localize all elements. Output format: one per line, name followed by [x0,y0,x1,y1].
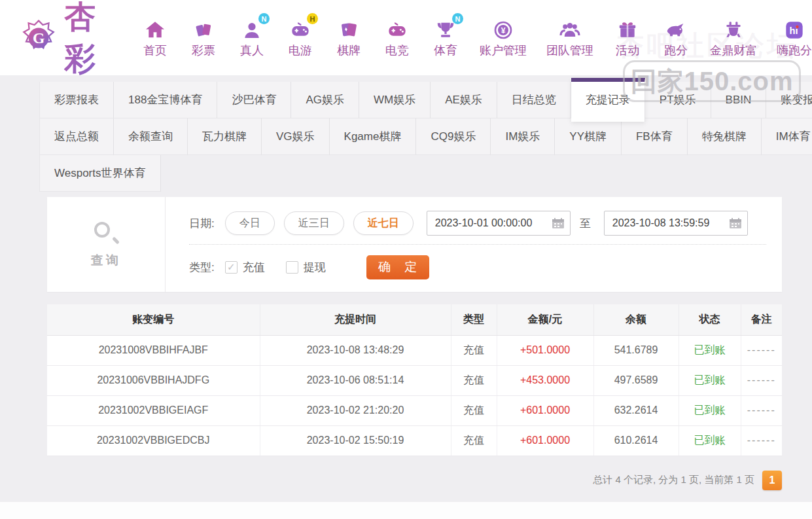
nav-item-label: 账户管理 [480,43,527,58]
tab-AE娱乐[interactable]: AE娱乐 [431,82,497,118]
tab-充提记录[interactable]: 充提记录 [571,78,645,122]
nav-item-gamepad[interactable]: H电游 [286,17,315,58]
tab-VG娱乐[interactable]: VG娱乐 [262,118,330,155]
tab-沙巴体育[interactable]: 沙巴体育 [217,82,291,118]
tab-Kgame棋牌[interactable]: Kgame棋牌 [330,118,417,155]
cell-账变编号: 20231008VBBIHFAJBF [47,335,260,365]
badge-h: H [307,13,318,24]
trophy-icon: N [432,17,459,41]
tab-YY棋牌[interactable]: YY棋牌 [555,118,622,155]
nav-item-label: 棋牌 [337,43,361,58]
cell-类型: 充值 [451,425,497,456]
tab-IM娱乐[interactable]: IM娱乐 [491,118,555,155]
badge-n: N [452,13,463,24]
table-body: 20231008VBBIHFAJBF2023-10-08 13:48:29充值+… [47,335,782,456]
tab-返点总额[interactable]: 返点总额 [39,118,114,155]
esports-gamepad-icon [384,17,410,41]
query-panel-title: 查询 [91,252,121,269]
checkbox-充值[interactable]: ✓ [225,261,238,274]
calendar-icon[interactable] [552,217,565,229]
nav-item-cards[interactable]: 棋牌 [334,17,363,58]
cell-状态: 已到账 [679,425,741,456]
tab-日结总览[interactable]: 日结总览 [497,82,571,118]
gift-icon [614,17,641,41]
cell-备注: ------ [741,395,782,425]
date-preset-今日[interactable]: 今日 [225,211,275,235]
cell-状态: 已到账 [679,335,741,365]
cell-备注: ------ [741,425,782,456]
nav-item-gift[interactable]: 活动 [613,17,642,58]
checkbox-提现[interactable]: ✓ [286,261,298,274]
brand-logo[interactable]: G 杏彩 [20,0,124,80]
nav-item-esports-gamepad[interactable]: 电竞 [383,17,412,58]
nav-item-home[interactable]: 首页 [141,17,169,58]
date-to-input[interactable] [612,217,725,229]
nav-item-label: 跑分 [664,43,688,58]
tab-WM娱乐[interactable]: WM娱乐 [359,82,431,118]
cell-充提时间: 2023-10-02 15:50:19 [260,425,451,456]
records-table-wrap: 账变编号充提时间类型金额/元余额状态备注 20231008VBBIHFAJBF2… [47,304,782,456]
table-row-1: 20231008VBBIHFAJBF2023-10-08 13:48:29充值+… [47,335,782,365]
tab-瓦力棋牌[interactable]: 瓦力棋牌 [188,118,262,155]
date-preset-近三日[interactable]: 近三日 [284,211,344,235]
home-icon [142,17,168,41]
calendar-icon[interactable] [729,217,742,229]
nav-item-trophy[interactable]: N体育 [431,17,460,58]
tab-PT娱乐[interactable]: PT娱乐 [645,82,711,118]
tab-余额查询[interactable]: 余额查询 [114,118,188,155]
nav-item-hi-app[interactable]: hi嗨跑分 [777,17,812,58]
tab-特兔棋牌[interactable]: 特兔棋牌 [688,118,762,155]
tab-BBIN[interactable]: BBIN [711,82,767,118]
nav-item-label: 体育 [434,43,457,58]
tab-row-2: 返点总额余额查询瓦力棋牌VG娱乐Kgame棋牌CQ9娱乐IM娱乐YY棋牌FB体育… [39,118,782,155]
date-label: 日期: [189,216,215,231]
tab-账变报表[interactable]: 账变报表 [766,82,812,118]
nav-item-label: 首页 [143,43,167,58]
nav-item-rhino[interactable]: 跑分 [662,17,690,58]
table-row-4: 20231002VBBIGEDCBJ2023-10-02 15:50:19充值+… [47,425,782,456]
cell-余额: 541.6789 [593,335,679,365]
cell-备注: ------ [741,335,782,365]
nav-item-live-person[interactable]: N真人 [238,17,266,58]
checkbox-label-充值: 充值 [243,260,265,275]
query-panel: 查询 日期: 今日近三日近七日 至 [47,197,782,292]
tab-188金宝博体育[interactable]: 188金宝博体育 [114,82,217,118]
date-from-input[interactable] [435,217,548,229]
date-preset-近七日[interactable]: 近七日 [353,211,414,235]
svg-text:G: G [33,29,44,46]
column-header-状态: 状态 [679,304,741,335]
nav-item-label: 嗨跑分 [777,43,812,58]
main-nav: 首页彩票N真人H电游棋牌电竞N体育¥账户管理团队管理活动跑分金鼎财富hi嗨跑分 [141,17,812,58]
coin-icon: ¥ [490,17,516,41]
confirm-button[interactable]: 确 定 [366,255,429,279]
tab-CQ9娱乐[interactable]: CQ9娱乐 [416,118,491,155]
page-1-button[interactable]: 1 [762,471,782,490]
nav-item-tickets[interactable]: 彩票 [189,17,218,58]
tab-Wesports世界体育[interactable]: Wesports世界体育 [39,155,161,192]
badge-n: N [258,13,270,24]
cards-icon [336,17,362,41]
cell-账变编号: 20231002VBBIGEDCBJ [47,425,260,456]
tab-IM体育[interactable]: IM体育 [762,118,812,155]
top-navigation-bar: G 杏彩 首页彩票N真人H电游棋牌电竞N体育¥账户管理团队管理活动跑分金鼎财富h… [0,0,812,75]
checkbox-label-提现: 提现 [304,260,326,275]
cell-状态: 已到账 [679,395,741,425]
nav-item-team[interactable]: 团队管理 [546,17,593,58]
table-row-2: 20231006VBBIHAJDFG2023-10-06 08:51:14充值+… [47,365,782,395]
type-filter-row: 类型: ✓充值✓提现 确 定 [189,254,766,280]
live-person-icon: N [239,17,265,41]
tab-FB体育[interactable]: FB体育 [622,118,688,155]
footer-strip [0,502,812,519]
tab-彩票报表[interactable]: 彩票报表 [39,82,114,118]
cell-充提时间: 2023-10-02 21:20:20 [260,395,451,425]
cell-充提时间: 2023-10-06 08:51:14 [260,365,451,395]
query-form: 日期: 今日近三日近七日 至 [166,197,782,292]
tab-AG娱乐[interactable]: AG娱乐 [291,82,359,118]
nav-item-ding[interactable]: 金鼎财富 [710,17,757,58]
brand-flower-icon: G [20,17,58,59]
hi-app-icon: hi [781,17,807,41]
cell-金额/元: +601.0000 [497,395,593,425]
nav-item-coin[interactable]: ¥账户管理 [480,17,527,58]
cell-账变编号: 20231002VBBIGEIAGF [47,395,260,425]
nav-item-label: 电游 [289,43,312,58]
